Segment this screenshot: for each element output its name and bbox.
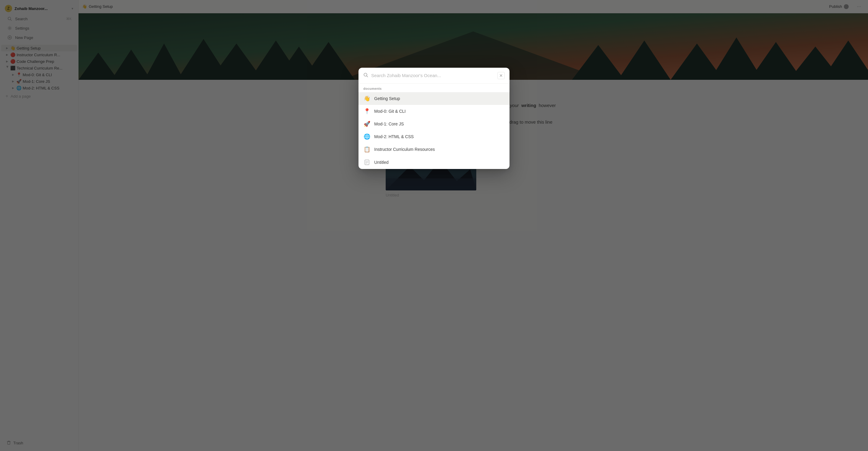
document-icon (363, 159, 371, 166)
search-modal-icon (363, 73, 368, 79)
search-header: ✕ (359, 68, 509, 84)
result-label: Mod-1: Core JS (374, 121, 404, 126)
search-result-mod-2[interactable]: 🌐 Mod-2: HTML & CSS (359, 130, 509, 143)
result-emoji: 🚀 (363, 121, 371, 127)
search-modal: ✕ documents 👋 Getting Setup 📍 Mod-0: Git… (359, 68, 509, 169)
result-label: Mod-0: Git & CLI (374, 109, 406, 114)
search-result-untitled[interactable]: Untitled (359, 156, 509, 169)
close-icon: ✕ (499, 73, 503, 78)
search-result-getting-setup[interactable]: 👋 Getting Setup (359, 92, 509, 105)
result-emoji: 📋 (363, 146, 371, 153)
result-label: Getting Setup (374, 96, 400, 101)
result-emoji: 🌐 (363, 133, 371, 140)
result-emoji: 👋 (363, 95, 371, 102)
result-label: Instructor Curriculum Resources (374, 147, 435, 152)
result-emoji: 📍 (363, 108, 371, 115)
result-label: Mod-2: HTML & CSS (374, 134, 414, 139)
result-label: Untitled (374, 160, 389, 165)
search-result-mod-1[interactable]: 🚀 Mod-1: Core JS (359, 118, 509, 130)
modal-overlay[interactable]: ✕ documents 👋 Getting Setup 📍 Mod-0: Git… (0, 0, 868, 451)
svg-line-36 (367, 76, 368, 77)
close-button[interactable]: ✕ (497, 72, 505, 79)
search-input[interactable] (371, 73, 494, 78)
search-section-label: documents (359, 84, 509, 92)
search-result-instructor[interactable]: 📋 Instructor Curriculum Resources (359, 143, 509, 156)
search-result-mod-0[interactable]: 📍 Mod-0: Git & CLI (359, 105, 509, 118)
